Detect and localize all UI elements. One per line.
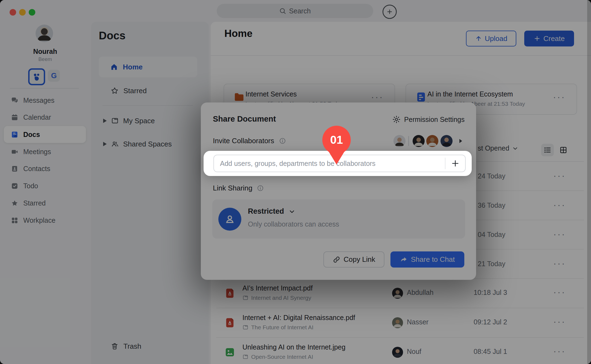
plus-icon [451,159,460,168]
balloon-circle: 01 [322,126,351,154]
step-number: 01 [330,133,343,146]
app-window: Search Nourah Beem G Messages Calendar D… [0,0,591,364]
step-01-marker: 01 [322,126,351,166]
tutorial-dim-overlay [0,0,591,364]
screen: Search Nourah Beem G Messages Calendar D… [0,0,591,364]
add-collaborator-button[interactable] [445,155,465,172]
